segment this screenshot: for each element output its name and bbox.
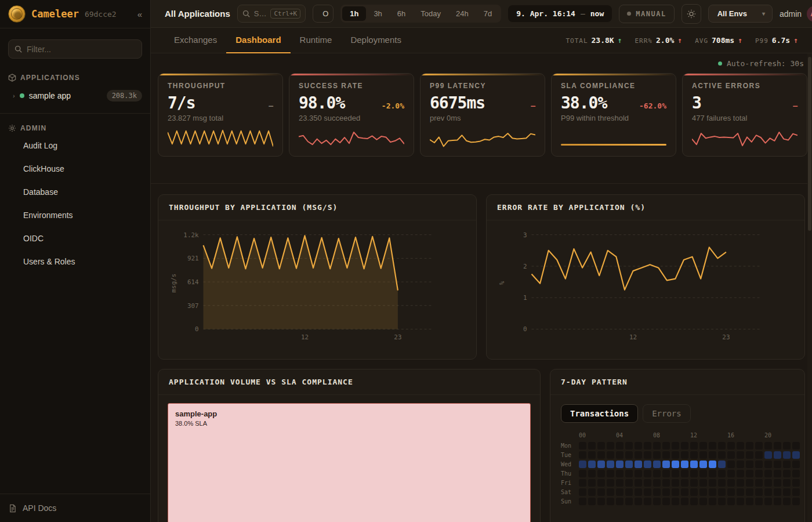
heatmap-cell xyxy=(625,498,633,505)
heatmap-cell xyxy=(792,451,800,459)
heatmap-cell xyxy=(662,479,670,487)
time-range-3h[interactable]: 3h xyxy=(366,6,389,21)
sidebar-collapse-icon[interactable]: « xyxy=(137,9,142,19)
heatmap-cell xyxy=(774,442,781,449)
heatmap-cell xyxy=(774,488,781,496)
heatmap-cell xyxy=(774,470,781,477)
heatmap-cell xyxy=(607,498,614,505)
weekly-heatmap: 000408121620MonTueWedThuFriSatSun xyxy=(560,432,795,505)
environment-select[interactable]: All Envs ▾ xyxy=(708,5,773,23)
page-title: All Applications xyxy=(165,9,230,19)
sidebar-item-environments[interactable]: Environments xyxy=(0,205,150,225)
heatmap-cell xyxy=(635,461,642,468)
heatmap-cell xyxy=(783,498,791,505)
heatmap-cell xyxy=(792,488,800,496)
date-range-picker[interactable]: 9. Apr. 16:14 – now xyxy=(508,5,612,22)
accent-bar xyxy=(552,74,676,75)
treemap-tile-sample-app[interactable]: sample-app 38.0% SLA xyxy=(168,403,531,522)
tab-exchanges[interactable]: Exchanges xyxy=(165,28,226,53)
kpi-card-grid: THROUGHPUT7/s–23.827 msg totalSUCCESS RA… xyxy=(158,73,805,157)
sidebar-filter[interactable] xyxy=(8,39,142,59)
heatmap-cell xyxy=(662,442,670,449)
tab-deployments[interactable]: Deployments xyxy=(341,28,411,53)
heatmap-toggle-transactions[interactable]: Transactions xyxy=(561,404,638,423)
sidebar-item-database[interactable]: Database xyxy=(0,182,150,202)
chevron-right-icon[interactable]: › xyxy=(13,92,15,99)
tab-dashboard[interactable]: Dashboard xyxy=(226,28,290,53)
heatmap-cell xyxy=(709,451,716,459)
time-range-today[interactable]: Today xyxy=(413,6,448,21)
api-docs-link[interactable]: API Docs xyxy=(23,503,56,513)
time-range-1h[interactable]: 1h xyxy=(342,6,366,21)
heatmap-hour-label xyxy=(699,432,707,440)
heatmap-cell xyxy=(764,488,772,496)
trend-arrow-icon: ↑ xyxy=(738,36,742,45)
heatmap-cell xyxy=(746,488,753,496)
heatmap-cell xyxy=(755,461,763,468)
online-status-pill[interactable]: O xyxy=(313,5,334,23)
heatmap-cell xyxy=(718,498,726,505)
user-menu[interactable]: admin AD xyxy=(780,6,812,22)
heatmap-cell xyxy=(588,451,596,459)
heatmap-cell xyxy=(699,488,707,496)
heatmap-cell xyxy=(718,451,726,459)
heatmap-cell xyxy=(616,470,624,477)
sidebar-footer[interactable]: API Docs xyxy=(0,494,150,522)
admin-section-header: ADMIN xyxy=(0,124,150,132)
global-search[interactable]: S… Ctrl+K xyxy=(237,5,306,23)
trend-arrow-icon: ↑ xyxy=(618,36,622,45)
time-range-6h[interactable]: 6h xyxy=(390,6,413,21)
time-range-7d[interactable]: 7d xyxy=(476,6,499,21)
sidebar-item-audit-log[interactable]: Audit Log xyxy=(0,136,150,155)
heatmap-cell xyxy=(607,442,614,449)
heatmap-cell xyxy=(616,451,624,459)
sidebar-item-users-roles[interactable]: Users & Roles xyxy=(0,252,150,271)
sidebar-item-oidc[interactable]: OIDC xyxy=(0,229,150,248)
kpi-delta: -2.0% xyxy=(382,102,404,110)
scrollbar-thumb[interactable] xyxy=(808,57,811,231)
heatmap-cell xyxy=(681,479,688,487)
chart-svg: 32101223% xyxy=(496,227,795,346)
heatmap-cell xyxy=(783,488,791,496)
heatmap-cell xyxy=(737,470,744,477)
kpi-subtitle: P99 within threshold xyxy=(561,114,666,122)
scrollbar[interactable] xyxy=(807,53,812,522)
app-logo-icon xyxy=(8,5,26,23)
heatmap-cell xyxy=(653,442,661,449)
heatmap-cell xyxy=(607,479,614,487)
heatmap-hour-label: 12 xyxy=(690,432,698,440)
sidebar-item-clickhouse[interactable]: ClickHouse xyxy=(0,159,150,179)
heatmap-cell xyxy=(774,479,781,487)
heatmap-hour-label xyxy=(746,432,753,440)
time-range-24h[interactable]: 24h xyxy=(448,6,476,21)
manual-refresh-button[interactable]: MANUAL xyxy=(619,5,674,23)
sidebar-item-sample-app[interactable]: › sample app 208.3k xyxy=(13,90,142,102)
heatmap-cell xyxy=(792,442,800,449)
theme-toggle-button[interactable] xyxy=(682,4,701,24)
cube-icon xyxy=(8,74,16,82)
heatmap-hour-label xyxy=(737,432,744,440)
applications-section-header: APPLICATIONS xyxy=(0,74,150,82)
heatmap-cell xyxy=(718,470,726,477)
avatar: AD xyxy=(807,6,812,22)
heatmap-cell xyxy=(579,498,586,505)
heatmap-cell xyxy=(644,488,651,496)
heatmap-hour-label: 04 xyxy=(616,432,624,440)
heatmap-cell xyxy=(644,498,651,505)
heatmap-toggle-errors[interactable]: Errors xyxy=(643,404,691,423)
filter-input[interactable] xyxy=(27,45,136,54)
sparkline-chart xyxy=(692,125,798,149)
heatmap-day-label: Tue xyxy=(560,452,577,458)
svg-text:614: 614 xyxy=(187,278,199,286)
svg-text:3: 3 xyxy=(523,231,527,239)
heatmap-hour-label xyxy=(681,432,688,440)
heatmap-cell xyxy=(727,479,735,487)
heatmap-hour-label xyxy=(783,432,791,440)
heatmap-day-label: Wed xyxy=(560,461,577,467)
heatmap-cell xyxy=(699,479,707,487)
tab-runtime[interactable]: Runtime xyxy=(291,28,342,53)
stat-err: ERR%2.0%↑ xyxy=(635,36,683,45)
heatmap-hour-label: 00 xyxy=(579,432,586,440)
date-from: 9. Apr. 16:14 xyxy=(516,9,575,18)
heatmap-cell xyxy=(764,479,772,487)
